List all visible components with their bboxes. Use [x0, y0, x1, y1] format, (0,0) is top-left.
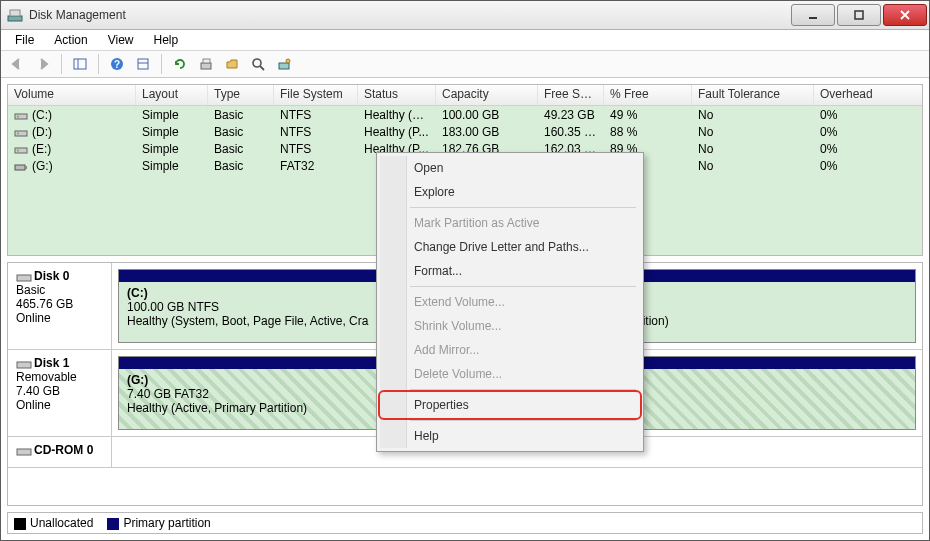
context-menu-separator: [410, 420, 636, 421]
svg-rect-28: [17, 449, 31, 455]
svg-rect-1: [10, 10, 20, 16]
volume-list-header: Volume Layout Type File System Status Ca…: [8, 85, 922, 106]
svg-rect-24: [15, 165, 25, 170]
refresh-button[interactable]: [168, 52, 192, 76]
context-menu-item[interactable]: Format...: [380, 259, 640, 283]
forward-button[interactable]: [31, 52, 55, 76]
drive-icon: [14, 110, 28, 120]
show-hide-console-tree-button[interactable]: [68, 52, 92, 76]
close-button[interactable]: [883, 4, 927, 26]
context-menu-item: Mark Partition as Active: [380, 211, 640, 235]
app-icon: [7, 7, 23, 23]
context-menu-item[interactable]: Change Drive Letter and Paths...: [380, 235, 640, 259]
context-menu-item[interactable]: Explore: [380, 180, 640, 204]
svg-rect-22: [15, 148, 27, 153]
find-button[interactable]: [246, 52, 270, 76]
svg-rect-25: [25, 166, 27, 169]
svg-point-14: [253, 59, 261, 67]
svg-rect-18: [15, 114, 27, 119]
titlebar: Disk Management: [1, 1, 929, 30]
context-menu-item: Shrink Volume...: [380, 314, 640, 338]
minimize-button[interactable]: [791, 4, 835, 26]
drive-icon: [14, 161, 28, 171]
col-status[interactable]: Status: [358, 85, 436, 105]
volume-row[interactable]: (D:)SimpleBasicNTFSHealthy (P...183.00 G…: [8, 123, 922, 140]
svg-point-23: [17, 150, 19, 152]
legend: Unallocated Primary partition: [7, 512, 923, 534]
svg-rect-3: [855, 11, 863, 19]
svg-rect-6: [74, 59, 86, 69]
svg-rect-27: [17, 362, 31, 368]
svg-point-19: [17, 116, 19, 118]
window-title: Disk Management: [29, 8, 791, 22]
context-menu-separator: [410, 389, 636, 390]
toolbar: ?: [1, 51, 929, 78]
menu-help[interactable]: Help: [144, 31, 189, 49]
col-volume[interactable]: Volume: [8, 85, 136, 105]
context-menu-item: Delete Volume...: [380, 362, 640, 386]
col-free[interactable]: Free Spa...: [538, 85, 604, 105]
drive-icon: [14, 127, 28, 137]
menubar: File Action View Help: [1, 30, 929, 51]
context-menu-item[interactable]: Properties: [380, 393, 640, 417]
back-button[interactable]: [5, 52, 29, 76]
svg-rect-26: [17, 275, 31, 281]
svg-rect-12: [201, 63, 211, 69]
svg-point-21: [17, 133, 19, 135]
disk-label: CD-ROM 0: [8, 437, 112, 467]
menu-file[interactable]: File: [5, 31, 44, 49]
context-menu-item: Extend Volume...: [380, 290, 640, 314]
context-menu-item[interactable]: Help: [380, 424, 640, 448]
svg-rect-10: [138, 59, 148, 69]
disk-label: Disk 1Removable7.40 GBOnline: [8, 350, 112, 436]
legend-unallocated: Unallocated: [14, 516, 93, 530]
drive-icon: [14, 144, 28, 154]
svg-rect-16: [279, 63, 289, 69]
col-capacity[interactable]: Capacity: [436, 85, 538, 105]
context-menu: OpenExploreMark Partition as ActiveChang…: [376, 152, 644, 452]
disk-label: Disk 0Basic465.76 GBOnline: [8, 263, 112, 349]
context-menu-item[interactable]: Open: [380, 156, 640, 180]
svg-text:?: ?: [114, 59, 120, 70]
context-menu-separator: [410, 286, 636, 287]
volume-row[interactable]: (C:)SimpleBasicNTFSHealthy (S...100.00 G…: [8, 106, 922, 123]
open-button[interactable]: [220, 52, 244, 76]
svg-rect-13: [203, 59, 210, 63]
properties-button[interactable]: [272, 52, 296, 76]
context-menu-item: Add Mirror...: [380, 338, 640, 362]
menu-action[interactable]: Action: [44, 31, 97, 49]
legend-primary: Primary partition: [107, 516, 210, 530]
menu-view[interactable]: View: [98, 31, 144, 49]
col-type[interactable]: Type: [208, 85, 274, 105]
svg-line-15: [260, 66, 264, 70]
col-fs[interactable]: File System: [274, 85, 358, 105]
col-pctfree[interactable]: % Free: [604, 85, 692, 105]
disk-management-window: Disk Management File Action View Help ?: [0, 0, 930, 541]
svg-point-17: [286, 59, 290, 63]
svg-rect-0: [8, 16, 22, 21]
maximize-button[interactable]: [837, 4, 881, 26]
rescan-disks-button[interactable]: [194, 52, 218, 76]
help-button[interactable]: ?: [105, 52, 129, 76]
settings-button[interactable]: [131, 52, 155, 76]
svg-rect-20: [15, 131, 27, 136]
col-overhead[interactable]: Overhead: [814, 85, 894, 105]
context-menu-separator: [410, 207, 636, 208]
col-layout[interactable]: Layout: [136, 85, 208, 105]
col-ft[interactable]: Fault Tolerance: [692, 85, 814, 105]
